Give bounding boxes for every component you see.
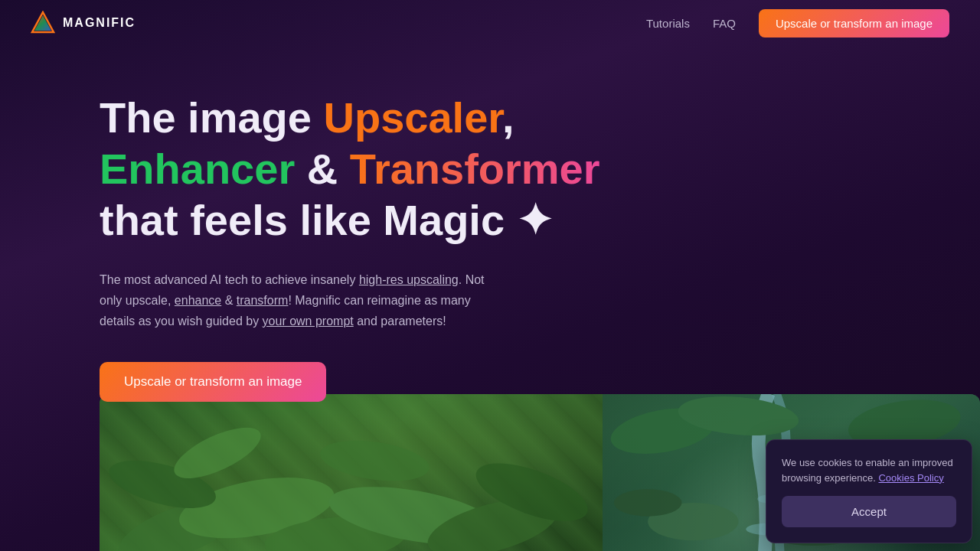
hero-description: The most advanced AI tech to achieve ins…	[100, 269, 498, 332]
nav-cta-button[interactable]: Upscale or transform an image	[759, 9, 949, 37]
hero-section: The image Upscaler, Enhancer & Transform…	[0, 46, 980, 432]
transform-link[interactable]: transform	[237, 294, 289, 307]
logo[interactable]: MAGNIFIC	[31, 11, 136, 35]
faq-link[interactable]: FAQ	[713, 17, 736, 30]
enhance-link[interactable]: enhance	[175, 294, 221, 307]
cookie-text: We use cookies to enable an improved bro…	[782, 455, 956, 485]
desc-text-1: The most advanced AI tech to achieve ins…	[100, 273, 359, 286]
navbar: MAGNIFIC Tutorials FAQ Upscale or transf…	[0, 0, 980, 46]
hero-cta-button[interactable]: Upscale or transform an image	[100, 362, 326, 402]
cookies-policy-link[interactable]: Cookies Policy	[878, 472, 943, 484]
high-res-link[interactable]: high-res upscaling	[359, 273, 459, 286]
title-and: &	[295, 145, 350, 193]
title-transformer: Transformer	[350, 145, 600, 193]
svg-point-14	[614, 489, 682, 516]
desc-text-5: and parameters!	[354, 315, 446, 328]
title-prefix: The image	[100, 93, 324, 142]
tutorials-link[interactable]: Tutorials	[646, 17, 690, 30]
desc-text-3: &	[221, 294, 237, 307]
logo-icon	[31, 11, 55, 35]
logo-text: MAGNIFIC	[63, 16, 136, 30]
title-suffix: that feels like Magic ✦	[100, 196, 553, 244]
title-upscaler: Upscaler	[324, 93, 503, 142]
your-own-prompt-link[interactable]: your own prompt	[263, 315, 354, 328]
nav-links: Tutorials FAQ Upscale or transform an im…	[646, 9, 949, 37]
title-comma: ,	[502, 93, 514, 142]
cookie-accept-button[interactable]: Accept	[782, 496, 956, 527]
svg-point-10	[318, 435, 432, 487]
cookie-banner: We use cookies to enable an improved bro…	[766, 439, 972, 543]
title-enhancer: Enhancer	[100, 145, 295, 193]
hero-title: The image Upscaler, Enhancer & Transform…	[100, 92, 880, 246]
